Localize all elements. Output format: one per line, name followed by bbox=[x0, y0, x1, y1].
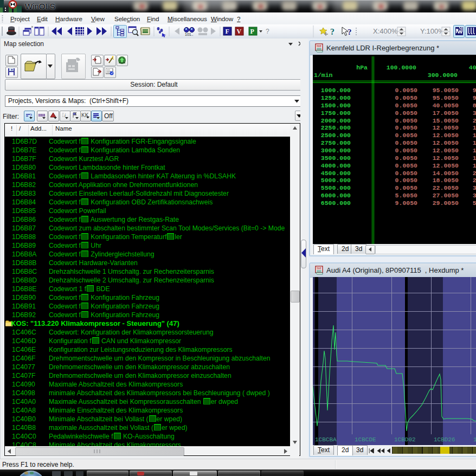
svg-text:?: ? bbox=[330, 27, 335, 36]
svg-text:1CBD02: 1CBD02 bbox=[394, 436, 416, 443]
svg-text:Y:100%: Y:100% bbox=[420, 27, 445, 35]
svg-text:?: ? bbox=[266, 28, 269, 35]
svg-text:V: V bbox=[237, 28, 242, 35]
svg-text:IOI: IOI bbox=[317, 267, 322, 271]
svg-text:1CBCBA: 1CBCBA bbox=[315, 436, 337, 443]
svg-text:P: P bbox=[250, 28, 254, 35]
svg-text:101..: 101.. bbox=[185, 33, 194, 36]
svg-text:1CBD26: 1CBD26 bbox=[434, 436, 455, 443]
svg-text:IOI: IOI bbox=[317, 44, 322, 48]
svg-text:F: F bbox=[226, 28, 229, 35]
svg-text:?: ? bbox=[348, 28, 352, 36]
svg-text:1CBCDE: 1CBCDE bbox=[355, 436, 376, 443]
svg-text:X:400%: X:400% bbox=[373, 27, 398, 35]
svg-text:1C: 1C bbox=[473, 436, 476, 443]
